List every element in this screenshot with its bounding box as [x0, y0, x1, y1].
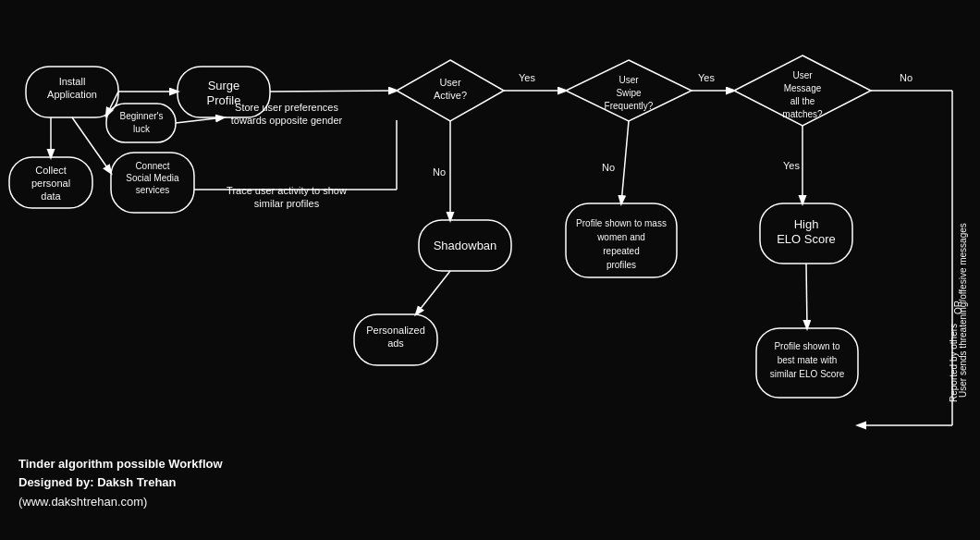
svg-text:similar ELO Score: similar ELO Score	[770, 369, 845, 379]
svg-text:personal: personal	[31, 178, 70, 189]
svg-rect-6	[106, 104, 176, 142]
svg-text:luck: luck	[133, 124, 151, 134]
svg-line-57	[270, 91, 397, 92]
svg-text:Social Media: Social Media	[126, 173, 179, 183]
svg-text:all the: all the	[790, 96, 815, 106]
svg-text:No: No	[900, 72, 913, 83]
svg-text:Yes: Yes	[783, 160, 800, 171]
svg-text:matches?: matches?	[782, 109, 823, 119]
svg-text:Connect: Connect	[135, 161, 169, 171]
svg-line-56	[72, 117, 111, 173]
svg-text:ads: ads	[387, 338, 404, 349]
svg-text:OR: OR	[953, 301, 963, 314]
svg-text:User: User	[439, 77, 461, 88]
svg-text:Profile shown to: Profile shown to	[774, 341, 840, 351]
svg-text:Collect: Collect	[35, 165, 67, 176]
install-app-label: Install	[59, 76, 86, 87]
svg-text:data: data	[41, 190, 61, 202]
svg-text:Yes: Yes	[519, 72, 535, 83]
svg-text:Swipe: Swipe	[616, 88, 642, 98]
svg-text:Trace user activity to show: Trace user activity to show	[227, 185, 347, 196]
website: (www.dakshtrehan.com)	[18, 493, 223, 512]
svg-line-54	[176, 117, 224, 123]
svg-text:No: No	[602, 162, 615, 173]
svg-text:User: User	[619, 75, 639, 85]
svg-text:Surge: Surge	[208, 79, 240, 92]
svg-text:Active?: Active?	[434, 90, 467, 101]
svg-text:Message: Message	[784, 83, 822, 93]
svg-line-64	[416, 271, 450, 314]
svg-text:women and: women and	[596, 232, 645, 242]
footer-text: Tinder algorithm possible Workflow Desig…	[18, 455, 223, 512]
svg-text:repeated: repeated	[603, 246, 639, 256]
svg-text:Reported by others: Reported by others	[949, 324, 959, 402]
svg-text:best mate with: best mate with	[778, 355, 837, 365]
svg-text:Profile shown to mass: Profile shown to mass	[576, 218, 667, 228]
svg-text:Application: Application	[47, 89, 97, 100]
svg-text:Frequently?: Frequently?	[605, 101, 654, 111]
svg-text:services: services	[136, 185, 170, 195]
workflow-title: Tinder algorithm possible Workflow	[18, 455, 223, 474]
svg-line-67	[621, 121, 629, 203]
svg-text:High: High	[794, 217, 819, 231]
svg-text:Shadowban: Shadowban	[434, 239, 497, 252]
svg-text:similar profiles: similar profiles	[254, 198, 320, 209]
svg-text:Store user preferences: Store user preferences	[235, 102, 338, 113]
svg-text:ELO Score: ELO Score	[777, 232, 836, 246]
svg-text:Beginner's: Beginner's	[120, 111, 164, 121]
svg-text:Yes: Yes	[698, 72, 715, 83]
svg-line-74	[806, 264, 807, 328]
designed-by: Designed by: Daksh Trehan	[18, 473, 223, 493]
svg-text:User: User	[792, 70, 813, 80]
svg-text:towards opposite gender: towards opposite gender	[231, 115, 343, 126]
svg-text:Personalized: Personalized	[366, 325, 425, 336]
svg-text:profiles: profiles	[606, 260, 636, 270]
svg-text:No: No	[433, 166, 446, 178]
